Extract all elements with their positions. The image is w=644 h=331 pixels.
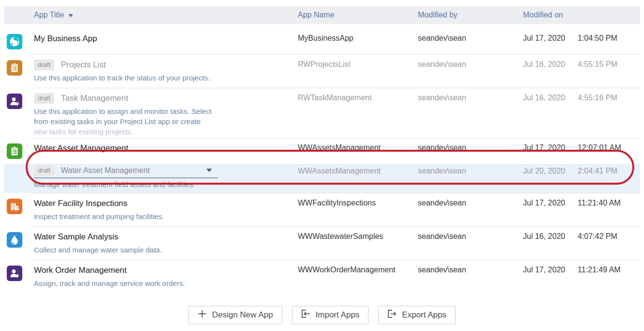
modified-by: seandev\sean: [418, 34, 523, 49]
column-header-modified-on[interactable]: Modified on: [523, 11, 578, 19]
modified-by: seandev\sean: [418, 167, 523, 189]
app-description-line: Assign, track and manage service work or…: [34, 278, 298, 288]
table-row[interactable]: Water Asset ManagementWWAssetsManagement…: [4, 138, 640, 164]
app-name: RWProjectsList: [298, 60, 418, 83]
app-description: Assign, track and manage service work or…: [34, 278, 298, 288]
modified-time: 11:21:49 AM: [578, 266, 640, 288]
app-title: Water Sample Analysis: [34, 232, 118, 242]
app-title: Water Asset Management: [34, 143, 128, 153]
clipboard-icon: [7, 143, 22, 159]
table-header: App Title App Name Modified by Modified …: [4, 6, 640, 24]
person-badge-icon: [7, 266, 22, 281]
column-header-modified-on-label: Modified on: [523, 11, 563, 19]
modified-by: seandev\sean: [418, 232, 523, 255]
app-title: Work Order Management: [34, 266, 126, 275]
app-title: Task Management: [61, 94, 128, 103]
app-title: Water Facility Inspections: [34, 199, 127, 208]
modified-time: 4:55:16 PM: [578, 94, 640, 137]
modified-date: Jul 17, 2020: [523, 199, 578, 221]
draft-badge: draft: [34, 165, 54, 176]
export-apps-label: Export Apps: [402, 310, 446, 320]
modified-time: 12:07:01 AM: [578, 143, 640, 159]
app-name: MyBusinessApp: [298, 34, 418, 49]
plus-icon: [198, 309, 207, 321]
table-row[interactable]: draftWater Asset ManagementManage water …: [4, 164, 640, 193]
table-body: My Business AppMyBusinessAppseandev\sean…: [4, 28, 640, 293]
column-header-modified-by-label: Modified by: [418, 11, 458, 19]
modified-by: seandev\sean: [418, 266, 523, 288]
app-description-line: new tasks for existing projects.: [34, 126, 298, 137]
app-description-line: Inspect treatment and pumping facilities…: [34, 211, 298, 221]
modified-date: Jul 16, 2020: [523, 94, 578, 137]
app-name: WWFacilityInspections: [298, 199, 418, 221]
app-icon-cell: [4, 34, 30, 49]
app-icon-cell: [4, 94, 30, 137]
design-new-app-button[interactable]: Design New App: [188, 306, 282, 324]
app-description: Manage water treatment field assets and …: [34, 179, 298, 189]
app-description: Use this application to assign and monit…: [34, 106, 298, 137]
app-icon-cell: [4, 232, 30, 255]
app-title-field[interactable]: draftWater Asset Management: [34, 165, 218, 178]
table-row[interactable]: My Business AppMyBusinessAppseandev\sean…: [4, 28, 640, 54]
modified-by: seandev\sean: [418, 94, 523, 137]
app-name: RWTaskManagement: [298, 94, 418, 137]
modified-time: 1:04:50 PM: [578, 34, 640, 49]
modified-date: Jul 20, 2020: [523, 167, 578, 189]
draft-badge: draft: [34, 60, 54, 70]
column-header-modified-by[interactable]: Modified by: [418, 11, 523, 19]
table-row[interactable]: Water Sample AnalysisCollect and manage …: [4, 226, 640, 260]
app-icon-cell: [4, 199, 30, 221]
app-description: Use this application to track the status…: [34, 73, 298, 83]
modified-date: Jul 17, 2020: [523, 266, 578, 288]
app-description-line: Collect and manage water sample data.: [34, 245, 298, 255]
globe-icon: [7, 34, 22, 49]
footer-toolbar: Design New App Import Apps Export Apps: [0, 306, 644, 324]
app-description-line: Use this application to assign and monit…: [34, 106, 298, 116]
buildings-icon: [7, 199, 22, 214]
modified-time: 4:55:15 PM: [578, 60, 640, 83]
app-name: WWAssetsManagement: [298, 167, 418, 189]
app-title: My Business App: [34, 34, 97, 44]
app-name: WWAssetsManagement: [298, 143, 418, 159]
app-description: Collect and manage water sample data.: [34, 245, 298, 255]
modified-date: Jul 17, 2020: [523, 143, 578, 159]
droplet-icon: [7, 232, 22, 248]
app-title-field-value: Water Asset Management: [61, 166, 150, 175]
apps-table: App Title App Name Modified by Modified …: [4, 6, 640, 293]
sort-desc-icon: [68, 14, 73, 17]
column-header-app-title-label: App Title: [34, 11, 64, 19]
modified-by: seandev\sean: [418, 60, 523, 83]
draft-badge: draft: [34, 93, 54, 104]
app-icon-cell: [4, 167, 30, 189]
app-icon-cell: [4, 266, 30, 288]
import-apps-label: Import Apps: [316, 310, 360, 320]
column-header-app-name-label: App Name: [298, 11, 335, 19]
modified-date: Jul 16, 2020: [523, 60, 578, 83]
modified-by: seandev\sean: [418, 199, 523, 221]
modified-by: seandev\sean: [418, 143, 523, 159]
table-row[interactable]: draftProjects ListUse this application t…: [4, 54, 640, 88]
table-row[interactable]: Water Facility InspectionsInspect treatm…: [4, 193, 640, 226]
design-new-app-label: Design New App: [212, 310, 273, 320]
modified-time: 4:07:42 PM: [578, 232, 640, 255]
chevron-down-icon[interactable]: [206, 169, 212, 172]
import-icon: [301, 310, 310, 320]
modified-time: 11:21:40 AM: [578, 199, 640, 221]
column-header-app-name[interactable]: App Name: [298, 11, 418, 19]
export-apps-button[interactable]: Export Apps: [378, 306, 456, 324]
app-description-line: Use this application to track the status…: [34, 73, 298, 83]
person-badge-icon: [7, 94, 22, 109]
app-icon-cell: [4, 143, 30, 159]
modified-time: 2:04:41 PM: [578, 167, 640, 189]
app-description-line: Manage water treatment field assets and …: [34, 179, 298, 189]
app-icon-cell: [4, 60, 30, 83]
app-title: Projects List: [61, 60, 106, 70]
export-icon: [387, 310, 397, 320]
column-header-app-title[interactable]: App Title: [30, 11, 298, 19]
table-row[interactable]: draftTask ManagementUse this application…: [4, 88, 640, 138]
modified-date: Jul 16, 2020: [523, 232, 578, 255]
import-apps-button[interactable]: Import Apps: [292, 306, 369, 324]
modified-date: Jul 17, 2020: [523, 34, 578, 49]
app-description-line: from existing tasks in your Project List…: [34, 116, 298, 126]
table-row[interactable]: Work Order ManagementAssign, track and m…: [4, 260, 640, 293]
